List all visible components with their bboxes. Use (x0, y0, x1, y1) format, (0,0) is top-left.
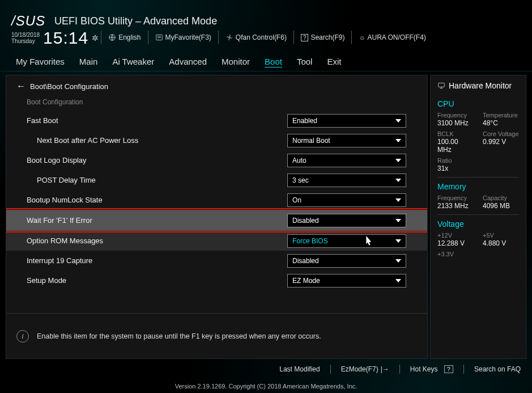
aura-button[interactable]: ☼ AURA ON/OFF(F4) (354, 33, 430, 41)
setting-label: POST Delay Time (37, 176, 287, 184)
breadcrumb[interactable]: ← Boot\Boot Configuration (6, 75, 427, 96)
setting-dropdown[interactable]: Auto (287, 154, 406, 167)
footer: Last Modified EzMode(F7) |→ Hot Keys ? S… (0, 362, 532, 393)
setting-label: Bootup NumLock State (27, 196, 287, 204)
chevron-down-icon (395, 219, 401, 222)
setting-row[interactable]: Interrupt 19 CaptureDisabled (6, 251, 427, 271)
main-tabs: My FavoritesMainAi TweakerAdvancedMonito… (0, 52, 532, 71)
setting-row[interactable]: Next Boot after AC Power LossNormal Boot (6, 130, 427, 150)
separator (101, 31, 101, 44)
setting-dropdown[interactable]: On (287, 193, 406, 207)
tab-exit[interactable]: Exit (327, 56, 341, 67)
setting-row[interactable]: Setup ModeEZ Mode (6, 271, 427, 290)
list-icon (155, 33, 163, 41)
dropdown-value: Auto (292, 157, 307, 164)
setting-label: Option ROM Messages (27, 236, 287, 245)
search-icon: ? (301, 34, 309, 41)
chevron-down-icon (395, 179, 401, 182)
dropdown-value: Disabled (292, 257, 319, 265)
sidebar-title: Hardware Monitor (437, 80, 519, 95)
monitor-icon (437, 82, 445, 90)
setting-dropdown[interactable]: 3 sec (287, 174, 406, 187)
version-text: Version 2.19.1269. Copyright (C) 2018 Am… (175, 383, 357, 390)
ezmode-button[interactable]: EzMode(F7) |→ (341, 365, 389, 373)
setting-dropdown[interactable]: Disabled (287, 254, 406, 268)
setting-dropdown[interactable]: Normal Boot (287, 134, 406, 147)
clock-display: 15:14 (43, 28, 88, 48)
app-title: UEFI BIOS Utility – Advanced Mode (54, 15, 217, 27)
exit-icon: |→ (381, 365, 389, 373)
help-text: Enable this item for the system to pause… (37, 332, 321, 340)
language-button[interactable]: English (104, 33, 145, 41)
tab-tool[interactable]: Tool (297, 56, 313, 67)
settings-list: Fast BootEnabledNext Boot after AC Power… (6, 111, 427, 313)
qfan-button[interactable]: Qfan Control(F6) (221, 33, 291, 41)
setting-row[interactable]: Wait For 'F1' If ErrorDisabled (6, 210, 427, 231)
dropdown-value: On (292, 196, 301, 204)
info-icon: i (16, 330, 29, 343)
svg-point-2 (229, 37, 230, 38)
tab-boot[interactable]: Boot (265, 56, 282, 67)
dropdown-value: Disabled (292, 217, 319, 225)
setting-dropdown[interactable]: EZ Mode (287, 274, 406, 288)
setting-row[interactable]: POST Delay Time3 sec (6, 170, 427, 190)
tab-my-favorites[interactable]: My Favorites (16, 56, 65, 67)
back-arrow-icon[interactable]: ← (16, 81, 25, 91)
setting-label: Setup Mode (27, 276, 287, 285)
setting-label: Boot Logo Display (27, 156, 287, 164)
section-heading: Boot Configuration (6, 96, 427, 111)
chevron-down-icon (395, 279, 401, 282)
tab-main[interactable]: Main (79, 56, 98, 67)
chevron-down-icon (395, 159, 401, 162)
cpu-heading: CPU (437, 99, 519, 108)
svg-rect-3 (439, 83, 445, 87)
setting-row[interactable]: Option ROM MessagesForce BIOS (6, 231, 427, 251)
chevron-down-icon (395, 139, 401, 142)
setting-dropdown[interactable]: Disabled (287, 214, 406, 227)
chevron-down-icon (395, 259, 401, 263)
tab-advanced[interactable]: Advanced (169, 56, 207, 67)
tab-monitor[interactable]: Monitor (222, 56, 250, 67)
setting-row[interactable]: Fast BootEnabled (6, 111, 427, 130)
setting-row[interactable]: Bootup NumLock StateOn (6, 190, 427, 210)
search-button[interactable]: ? Search(F9) (296, 33, 350, 41)
dropdown-value: Normal Boot (292, 137, 330, 145)
dropdown-value: Enabled (292, 117, 317, 125)
setting-label: Interrupt 19 Capture (27, 256, 287, 265)
globe-icon (108, 33, 116, 41)
setting-label: Wait For 'F1' If Error (27, 216, 287, 225)
svg-rect-1 (156, 35, 162, 40)
setting-dropdown[interactable]: Enabled (287, 114, 406, 128)
gear-icon[interactable]: ✲ (92, 33, 99, 43)
hotkeys-button[interactable]: Hot Keys ? (410, 365, 453, 373)
aura-icon: ☼ (359, 33, 365, 41)
dropdown-value: 3 sec (292, 176, 309, 184)
last-modified-button[interactable]: Last Modified (279, 365, 320, 373)
tab-ai-tweaker[interactable]: Ai Tweaker (112, 56, 154, 67)
setting-label: Next Boot after AC Power Loss (37, 136, 287, 145)
chevron-down-icon (395, 198, 401, 202)
setting-dropdown[interactable]: Force BIOS (287, 234, 406, 248)
chevron-down-icon (395, 239, 401, 243)
myfavorite-button[interactable]: MyFavorite(F3) (151, 33, 216, 41)
brand-logo: /SUS (11, 13, 45, 29)
fan-icon (225, 33, 233, 41)
setting-row[interactable]: Boot Logo DisplayAuto (6, 150, 427, 170)
setting-label: Fast Boot (27, 116, 287, 125)
voltage-heading: Voltage (437, 219, 519, 229)
dropdown-value: Force BIOS (292, 237, 328, 245)
dropdown-value: EZ Mode (292, 277, 320, 285)
search-faq-button[interactable]: Search on FAQ (474, 365, 521, 373)
hardware-monitor-panel: Hardware Monitor CPU Frequency3100 MHz T… (430, 75, 526, 359)
date-display: 10/18/2018 Thursday (11, 32, 40, 44)
help-panel: i Enable this item for the system to pau… (6, 313, 427, 358)
memory-heading: Memory (437, 182, 519, 191)
chevron-down-icon (395, 119, 401, 122)
